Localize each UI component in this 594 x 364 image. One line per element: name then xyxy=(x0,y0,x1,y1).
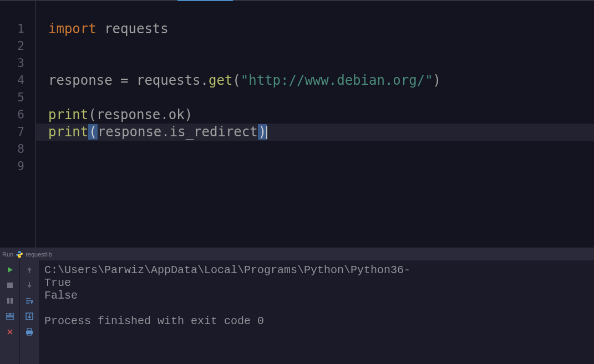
line-number[interactable]: 6 xyxy=(0,106,24,124)
layout-button[interactable] xyxy=(4,310,16,322)
line-number[interactable]: 5 xyxy=(0,89,24,106)
svg-rect-2 xyxy=(11,298,13,304)
svg-rect-0 xyxy=(7,283,13,288)
code-line-8[interactable] xyxy=(48,141,594,158)
code-line-3[interactable] xyxy=(48,55,594,72)
close-button[interactable] xyxy=(4,326,16,338)
code-line-5[interactable] xyxy=(48,89,594,106)
code-line-9[interactable] xyxy=(48,158,594,175)
rerun-button[interactable] xyxy=(4,264,16,276)
svg-rect-1 xyxy=(7,298,9,304)
line-number[interactable]: 8 xyxy=(0,141,24,158)
code-line-1[interactable]: import requests xyxy=(48,20,594,38)
console-line: False xyxy=(44,289,78,302)
line-number[interactable]: 9 xyxy=(0,158,24,175)
line-number[interactable]: 3 xyxy=(0,55,24,72)
down-arrow-button[interactable] xyxy=(23,279,35,291)
run-panel-body: C:\Users\Parwiz\AppData\Local\Programs\P… xyxy=(0,260,594,364)
pause-button[interactable] xyxy=(4,295,16,307)
console-output[interactable]: C:\Users\Parwiz\AppData\Local\Programs\P… xyxy=(39,260,594,364)
console-exit: Process finished with exit code 0 xyxy=(44,315,264,327)
text-cursor xyxy=(266,126,267,139)
svg-rect-5 xyxy=(6,317,14,320)
line-number[interactable]: 2 xyxy=(0,38,24,55)
console-line: True xyxy=(44,276,71,289)
run-panel-header[interactable]: Run requestlib xyxy=(0,248,594,260)
run-label: Run xyxy=(2,251,13,258)
line-number[interactable]: 4 xyxy=(0,72,24,89)
scroll-to-end-button[interactable] xyxy=(23,310,35,322)
run-script-name: requestlib xyxy=(26,251,52,258)
run-panel: Run requestlib xyxy=(0,248,594,364)
gutter: 1 2 3 4 5 6 7 8 9 xyxy=(0,1,36,248)
code-line-6[interactable]: print(response.ok) xyxy=(48,106,594,124)
editor-area: 1 2 3 4 5 6 7 8 9 import requests respon… xyxy=(0,1,594,248)
run-toolbar-right xyxy=(19,260,39,364)
svg-rect-3 xyxy=(6,313,9,316)
svg-rect-4 xyxy=(11,313,14,316)
code-area[interactable]: import requests response = requests.get(… xyxy=(36,1,594,248)
code-line-4[interactable]: response = requests.get("http://www.debi… xyxy=(48,72,594,89)
python-icon xyxy=(16,250,23,258)
run-toolbar-left xyxy=(0,260,19,364)
code-line-7-current[interactable]: print(response.is_redirect) xyxy=(36,124,594,141)
print-button[interactable] xyxy=(23,326,35,338)
line-number[interactable]: 1 xyxy=(0,20,24,38)
console-path: C:\Users\Parwiz\AppData\Local\Programs\P… xyxy=(44,264,410,276)
svg-rect-7 xyxy=(27,329,32,331)
up-arrow-button[interactable] xyxy=(23,264,35,276)
soft-wrap-button[interactable] xyxy=(23,295,35,307)
code-line-2[interactable] xyxy=(48,38,594,55)
stop-button[interactable] xyxy=(4,279,16,291)
line-number[interactable]: 7 xyxy=(0,124,24,141)
